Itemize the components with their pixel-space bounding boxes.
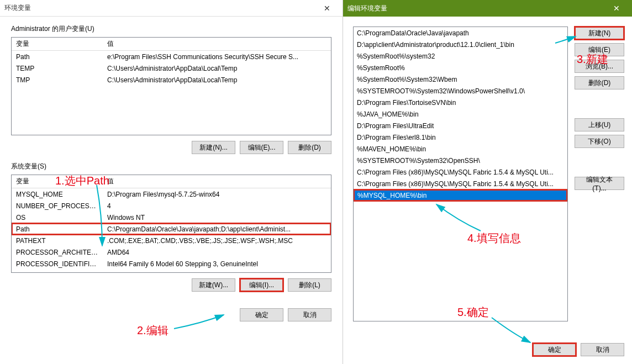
sys-delete-button[interactable]: 删除(L) — [288, 278, 331, 292]
cell-val: .COM;.EXE;.BAT;.CMD;.VBS;.VBE;.JS;.JSE;.… — [103, 237, 331, 245]
ok-button[interactable]: 确定 — [240, 308, 283, 321]
cancel-button[interactable]: 取消 — [581, 343, 624, 356]
table-row[interactable]: MYSQL_HOMED:\Program Files\mysql-5.7.25-… — [12, 188, 331, 200]
cell-val: D:\Program Files\mysql-5.7.25-winx64 — [103, 191, 331, 198]
grid-header: 变量 值 — [12, 175, 331, 188]
cell-val: AMD64 — [103, 249, 331, 256]
browse-button[interactable]: 浏览(B)... — [575, 60, 624, 73]
path-list[interactable]: C:\ProgramData\Oracle\Java\javapathD:\ap… — [353, 27, 568, 321]
list-item[interactable]: %SYSTEMROOT%\System32\WindowsPowerShell\… — [354, 85, 567, 97]
titlebar-left: 环境变量 ✕ — [0, 0, 343, 17]
cell-val: e:\Program Files\SSH Communications Secu… — [103, 53, 331, 61]
cell-var: MYSQL_HOME — [12, 191, 103, 198]
table-row[interactable]: PROCESSOR_ARCHITECTUREAMD64 — [12, 246, 331, 258]
table-row[interactable]: Pathe:\Program Files\SSH Communications … — [12, 51, 331, 62]
list-item[interactable]: C:\Program Files (x86)\MySQL\MySQL Fabri… — [354, 166, 567, 178]
list-item[interactable]: %SystemRoot% — [354, 62, 567, 73]
list-item[interactable]: %JAVA_HOME%\bin — [354, 108, 567, 120]
cell-val: 4 — [103, 202, 331, 210]
user-new-button[interactable]: 新建(N)... — [192, 141, 235, 154]
cancel-button[interactable]: 取消 — [288, 308, 331, 321]
table-row[interactable]: PathC:\ProgramData\Oracle\Java\javapath;… — [12, 223, 331, 235]
user-vars-grid[interactable]: 变量 值 Pathe:\Program Files\SSH Communicat… — [11, 37, 331, 135]
user-edit-button[interactable]: 编辑(E)... — [240, 141, 283, 154]
env-vars-dialog: 环境变量 ✕ Administrator 的用户变量(U) 变量 值 Pathe… — [0, 0, 343, 364]
cell-var: PROCESSOR_ARCHITECTURE — [12, 249, 103, 256]
titlebar-right: 编辑环境变量 ✕ — [343, 0, 632, 17]
cell-var: OS — [12, 214, 103, 221]
list-item[interactable]: D:\app\client\Administrator\product\12.1… — [354, 39, 567, 50]
window-title: 环境变量 — [4, 3, 31, 13]
list-item[interactable]: D:\Program Files\TortoiseSVN\bin — [354, 97, 567, 108]
user-vars-label: Administrator 的用户变量(U) — [11, 24, 331, 34]
new-button[interactable]: 新建(N) — [575, 27, 624, 40]
col-val: 值 — [103, 177, 331, 186]
table-row[interactable]: PROCESSOR_IDENTIFIERIntel64 Family 6 Mod… — [12, 258, 331, 270]
grid-header: 变量 值 — [12, 38, 331, 51]
list-item[interactable]: %MYSQL_HOME%\bin — [354, 189, 567, 201]
cell-var: TEMP — [12, 65, 103, 72]
move-down-button[interactable]: 下移(O) — [575, 135, 624, 148]
list-item[interactable]: C:\ProgramData\Oracle\Java\javapath — [354, 27, 567, 39]
cell-var: PROCESSOR_IDENTIFIER — [12, 260, 103, 268]
table-row[interactable]: NUMBER_OF_PROCESSORS4 — [12, 200, 331, 212]
cell-val: C:\Users\Administrator\AppData\Local\Tem… — [103, 76, 331, 84]
sys-edit-button[interactable]: 编辑(I)... — [240, 278, 283, 292]
sys-vars-label: 系统变量(S) — [11, 162, 331, 171]
list-item[interactable]: D:\Program Files\UltraEdit — [354, 120, 567, 131]
edit-button[interactable]: 编辑(E) — [575, 43, 624, 56]
edit-text-button[interactable]: 编辑文本(T)... — [575, 177, 624, 190]
cell-var: TMP — [12, 76, 103, 84]
cell-var: NUMBER_OF_PROCESSORS — [12, 202, 103, 210]
list-item[interactable]: C:\Program Files (x86)\MySQL\MySQL Fabri… — [354, 178, 567, 189]
list-item[interactable]: %MAVEN_HOME%\bin — [354, 143, 567, 155]
cell-var: Path — [12, 225, 103, 233]
window-title: 编辑环境变量 — [347, 4, 387, 13]
cell-val: C:\ProgramData\Oracle\Java\javapath;D:\a… — [103, 225, 331, 233]
list-item[interactable]: %SystemRoot%\System32\Wbem — [354, 73, 567, 85]
list-item[interactable]: D:\Program Files\erl8.1\bin — [354, 131, 567, 143]
cell-var: PATHEXT — [12, 237, 103, 245]
close-icon[interactable]: ✕ — [316, 4, 338, 13]
list-item[interactable]: %SYSTEMROOT%\System32\OpenSSH\ — [354, 155, 567, 166]
list-item[interactable]: %SystemRoot%\system32 — [354, 50, 567, 62]
cell-val: Windows NT — [103, 214, 331, 221]
col-val: 值 — [103, 39, 331, 49]
user-delete-button[interactable]: 删除(D) — [288, 141, 331, 154]
close-icon[interactable]: ✕ — [605, 4, 628, 13]
ok-button[interactable]: 确定 — [533, 343, 576, 356]
edit-env-var-dialog: 编辑环境变量 ✕ C:\ProgramData\Oracle\Java\java… — [343, 0, 632, 364]
col-var: 变量 — [12, 177, 103, 186]
table-row[interactable]: TEMPC:\Users\Administrator\AppData\Local… — [12, 62, 331, 74]
cell-var: Path — [12, 53, 103, 61]
sys-new-button[interactable]: 新建(W)... — [192, 278, 235, 292]
table-row[interactable]: OSWindows NT — [12, 212, 331, 223]
col-var: 变量 — [12, 39, 103, 49]
cell-val: Intel64 Family 6 Model 60 Stepping 3, Ge… — [103, 260, 331, 268]
cell-val: C:\Users\Administrator\AppData\Local\Tem… — [103, 65, 331, 72]
table-row[interactable]: TMPC:\Users\Administrator\AppData\Local\… — [12, 74, 331, 86]
table-row[interactable]: PATHEXT.COM;.EXE;.BAT;.CMD;.VBS;.VBE;.JS… — [12, 235, 331, 246]
move-up-button[interactable]: 上移(U) — [575, 118, 624, 131]
sys-vars-grid[interactable]: 变量 值 MYSQL_HOMED:\Program Files\mysql-5.… — [11, 175, 331, 273]
delete-button[interactable]: 删除(D) — [575, 76, 624, 89]
